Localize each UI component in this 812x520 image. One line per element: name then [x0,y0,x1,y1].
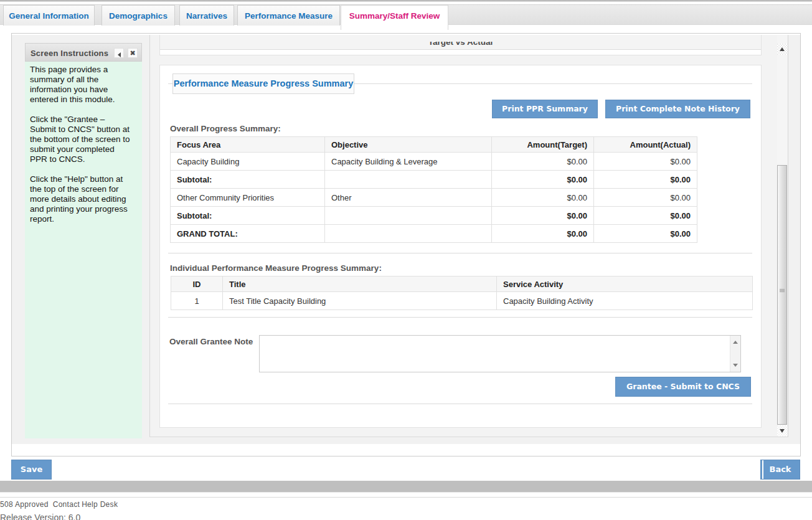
screen-instructions-header: Screen Instructions ✖ [25,43,142,62]
cell-objective: Other [325,189,492,207]
target-vs-actual-panel: Target vs Actual [159,35,762,55]
grantee-submit-button[interactable]: Grantee - Submit to CNCS [615,377,751,397]
instructions-paragraph-2: Click the "Grantee – Submit to CNCS" but… [30,115,139,164]
col-id: ID [171,277,223,292]
cell-subtotal-label: Subtotal: [171,171,325,189]
screen-instructions-body: This page provides a summary of all the … [25,62,142,438]
tab-narratives[interactable]: Narratives [179,5,234,26]
tab-summary-staff-review[interactable]: Summary/Staff Review [341,5,448,30]
table-row: Capacity Building Capacity Building & Le… [171,153,697,171]
cell-empty [325,225,492,243]
left-arrow-icon [118,52,121,57]
cell-amount-actual: $0.00 [594,189,697,207]
release-version: Release Version: 6.0 [0,513,80,520]
col-title: Title [223,277,497,292]
tab-performance-measure[interactable]: Performance Measure [237,5,340,26]
collapse-instructions-button[interactable] [114,48,124,58]
table-row: 1 Test Title Capacity Building Capacity … [171,292,753,310]
up-arrow-icon [780,47,785,51]
divider [168,404,752,404]
main-scrollbar[interactable] [777,35,788,437]
textarea-scrollbar[interactable] [730,336,740,372]
scrollbar-down-button[interactable] [777,425,788,437]
cell-amount-actual: $0.00 [594,225,697,243]
screen-instructions-panel: Screen Instructions ✖ This page provides… [25,43,142,438]
cell-id: 1 [171,292,223,310]
cell-amount-target: $0.00 [492,207,594,225]
scrollbar-up-button[interactable] [777,44,788,55]
cell-focus-area: Other Community Priorities [171,189,325,207]
instructions-paragraph-1: This page provides a summary of all the … [30,65,139,105]
cell-amount-target: $0.00 [492,153,594,171]
scrollbar-grip [780,289,785,292]
col-amount-target: Amount(Target) [492,137,594,153]
target-vs-actual-header: Target vs Actual [160,35,761,50]
cell-service-activity: Capacity Building Activity [497,292,753,310]
table-row: Other Community Priorities Other $0.00 $… [171,189,697,207]
close-instructions-button[interactable]: ✖ [128,48,138,58]
performance-summary-panel: Performance Measure Progress Summary Pri… [159,65,762,428]
footer-links: 508 ApprovedContactHelp Desk [0,500,118,509]
down-arrow-icon [780,429,785,433]
individual-measure-table: ID Title Service Activity 1 Test Title C… [171,276,753,310]
footer-link-508[interactable]: 508 Approved [0,500,49,509]
table-header-row: ID Title Service Activity [171,277,753,292]
print-ppr-summary-button[interactable]: Print PPR Summary [492,100,598,118]
cell-focus-area: Capacity Building [171,153,325,171]
cell-grand-total-label: GRAND TOTAL: [171,225,325,243]
scroll-down-icon [733,364,738,367]
cell-amount-actual: $0.00 [594,171,697,189]
table-row-grand-total: GRAND TOTAL: $0.00 $0.00 [171,225,697,243]
individual-summary-label: Individual Performance Measure Progress … [170,263,382,273]
bottom-gray-bar [0,481,812,493]
screen: General Information Demographics Narrati… [0,0,812,520]
col-objective: Objective [325,137,492,153]
panel-legend: Performance Measure Progress Summary [172,73,354,94]
cell-amount-target: $0.00 [492,225,594,243]
overall-progress-table: Focus Area Objective Amount(Target) Amou… [170,136,697,243]
table-row-subtotal: Subtotal: $0.00 $0.00 [171,171,697,189]
cell-objective: Capacity Building & Leverage [325,153,492,171]
screen-instructions-title: Screen Instructions [31,49,108,58]
col-amount-actual: Amount(Actual) [594,137,697,153]
col-service-activity: Service Activity [497,277,753,292]
col-focus-area: Focus Area [171,137,325,153]
overall-grantee-note-field [259,335,741,372]
target-vs-actual-title: Target vs Actual [160,42,761,47]
scroll-up-icon [733,341,738,344]
footer-link-helpdesk[interactable]: Help Desk [82,500,118,509]
footer-divider [0,497,812,498]
print-complete-note-history-button[interactable]: Print Complete Note History [605,100,750,118]
cell-empty [325,171,492,189]
divider [168,317,752,318]
save-button[interactable]: Save [11,460,52,480]
instructions-paragraph-3: Click the "Help" button at the top of th… [30,174,139,224]
back-button[interactable]: Back [760,460,800,480]
footer-link-contact[interactable]: Contact [53,500,80,509]
tab-general-information[interactable]: General Information [3,5,95,26]
cell-amount-target: $0.00 [492,189,594,207]
cell-empty [325,207,492,225]
tab-strip: General Information Demographics Narrati… [0,4,812,25]
scrollbar-thumb[interactable] [777,165,787,425]
tab-demographics[interactable]: Demographics [102,5,175,26]
cell-amount-actual: $0.00 [594,207,697,225]
overall-grantee-note-label: Overall Grantee Note [169,337,253,346]
cell-subtotal-label: Subtotal: [171,207,325,225]
overall-grantee-note-input[interactable] [260,336,730,371]
table-header-row: Focus Area Objective Amount(Target) Amou… [171,137,697,153]
overall-progress-summary-label: Overall Progress Summary: [170,124,281,133]
target-vs-actual-clip: Target vs Actual [160,42,761,50]
top-gray-strip [0,0,812,2]
cell-amount-target: $0.00 [492,171,594,189]
screen-instructions-text: This page provides a summary of all the … [30,65,139,234]
cell-amount-actual: $0.00 [594,153,697,171]
table-row-subtotal: Subtotal: $0.00 $0.00 [171,207,697,225]
cell-title: Test Title Capacity Building [223,292,497,310]
divider [168,253,752,253]
